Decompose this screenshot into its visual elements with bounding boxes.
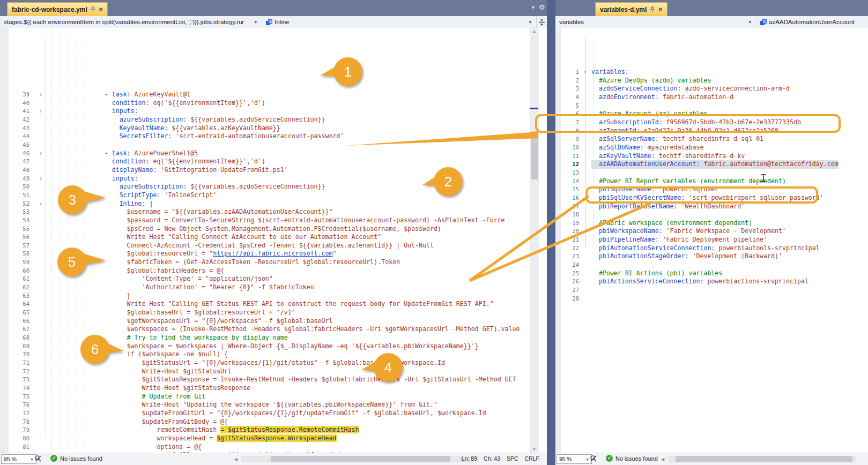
- fold-collapse-icon[interactable]: ∨: [29, 149, 52, 158]
- code-line[interactable]: 11 azKeyVaultName: techtf-sharedinfra-d-…: [555, 152, 868, 161]
- code-line[interactable]: 77 $updateFromGitUrl = "{0}/workspaces/{…: [0, 409, 547, 418]
- code-line[interactable]: 43 KeyVaultName: ${{variables.azKeyVault…: [0, 124, 547, 133]
- code-line[interactable]: 14 #Power BI Report variables (environme…: [555, 177, 868, 186]
- code-line[interactable]: 54 $password = ConvertTo-SecureString $(…: [0, 216, 547, 225]
- code-line[interactable]: 12 azAADAutomationUserAccount: fabric.au…: [555, 160, 868, 169]
- breadcrumb-symbol-dropdown[interactable]: azAADAutomationUserAccount: [756, 16, 868, 28]
- code-line[interactable]: 44 SecretsFilter: 'scrt-entraid-automati…: [0, 132, 547, 141]
- code-line[interactable]: 4 azdoEnvironment: fabric-automation-d: [555, 93, 868, 102]
- code-line[interactable]: 45: [0, 141, 547, 149]
- code-line[interactable]: 75 # Update from Git: [0, 393, 547, 401]
- code-line[interactable]: 15 pbiSqlUserName: 'powerbi.sqluser': [555, 185, 868, 194]
- code-line[interactable]: 68 # Try to find the workspace by displa…: [0, 334, 547, 342]
- code-line[interactable]: 63 }: [0, 292, 547, 301]
- eol-mode[interactable]: CRLF: [525, 455, 539, 462]
- code-line[interactable]: 8 azTenantId: e3a9d37c-9a36-44b9-92c1-d6…: [555, 127, 868, 136]
- code-line[interactable]: 16 pbiSqlUserKVSecretName: 'scrt-powebir…: [555, 194, 868, 202]
- breadcrumb-symbol-dropdown[interactable]: Inline ▼: [262, 16, 536, 28]
- issues-status[interactable]: ✓ No issues found: [606, 455, 658, 462]
- code-line[interactable]: 41∨ inputs:: [0, 107, 547, 116]
- code-line[interactable]: 51 ScriptType: 'InlineScript': [0, 191, 547, 200]
- code-line[interactable]: 18: [555, 211, 868, 219]
- close-icon[interactable]: ✕: [99, 7, 103, 12]
- code-line[interactable]: 58 $global:resourceUrl = "https://api.fa…: [0, 250, 547, 258]
- breadcrumb-path-dropdown[interactable]: stages.${{ each environmentItem in split…: [0, 16, 262, 28]
- code-line[interactable]: 25 #Power BI Actions (pbi) variables: [555, 269, 868, 278]
- code-line[interactable]: 42 azureSubscription: ${{variables.azdoS…: [0, 116, 547, 124]
- scroll-up-icon[interactable]: ▲: [530, 28, 539, 35]
- code-line[interactable]: 55 $psCred = New-Object System.Managemen…: [0, 225, 547, 234]
- close-icon[interactable]: ✕: [658, 7, 662, 12]
- code-line[interactable]: 69 $workspace = $workspaces | Where-Obje…: [0, 342, 547, 351]
- scrollbar-thumb[interactable]: [676, 456, 852, 462]
- fold-collapse-icon[interactable]: ∨: [29, 175, 52, 183]
- tab-fabric-cd-workspace[interactable]: fabric-cd-workspace.yml ✕: [7, 2, 108, 16]
- code-line[interactable]: 59 $fabricToken = (Get-AzAccessToken -Re…: [0, 258, 547, 267]
- split-editor-icon[interactable]: [536, 16, 547, 28]
- chevron-down-icon[interactable]: ▼: [531, 5, 536, 10]
- indent-mode[interactable]: SPC: [507, 455, 518, 462]
- status-tool-icon[interactable]: [590, 455, 597, 463]
- vertical-scrollbar[interactable]: ▲ ▼: [530, 28, 539, 453]
- code-line[interactable]: 20 pbiWorkspaceName: 'Fabric Workspace -…: [555, 227, 868, 236]
- code-line[interactable]: 53 $username = "${{variables.azAADAutoma…: [0, 208, 547, 216]
- tab-variables-d[interactable]: variables-d.yml ✕: [595, 2, 667, 16]
- code-line[interactable]: 81 options = @{: [0, 443, 547, 452]
- code-line[interactable]: 1∨variables:: [555, 68, 868, 77]
- code-line[interactable]: 22 pbiAutomationServiceConnection: power…: [555, 244, 868, 253]
- code-line[interactable]: 66 $getWorkspacesUrl = "{0}/workspaces" …: [0, 317, 547, 326]
- code-line[interactable]: 17 pbiReportDatasetName: 'WealthDashboar…: [555, 202, 868, 211]
- code-line[interactable]: 64 Write-Host "Calling GET Status REST A…: [0, 300, 547, 309]
- code-line[interactable]: 78 $updateFromGitBody = @{: [0, 418, 547, 426]
- zoom-select[interactable]: 95 %▼: [1, 454, 36, 464]
- code-line[interactable]: 28: [555, 295, 868, 303]
- code-line[interactable]: 61 'Content-Type' = "application/json": [0, 275, 547, 283]
- issues-status[interactable]: ✓ No issues found: [50, 455, 102, 462]
- status-tool-icon[interactable]: [34, 455, 42, 463]
- code-line[interactable]: 24: [555, 261, 868, 269]
- code-editor-left[interactable]: 39∨ - task: AzureKeyVault@140 condition:…: [0, 28, 547, 453]
- code-line[interactable]: 73 $gitStatusResponse = Invoke-RestMetho…: [0, 376, 547, 384]
- fold-collapse-icon[interactable]: ∨: [579, 68, 591, 77]
- code-line[interactable]: 56 Write-Host "Calling Connect-AzAccount…: [0, 233, 547, 242]
- scrollbar-thumb[interactable]: [271, 456, 450, 462]
- code-line[interactable]: 67 $workspaces = (Invoke-RestMethod -Hea…: [0, 325, 547, 334]
- code-line[interactable]: 13: [555, 169, 868, 177]
- code-line[interactable]: 48 displayName: 'GitIntegration-UpdateFr…: [0, 166, 547, 175]
- zoom-select[interactable]: 95 %▼: [557, 454, 592, 464]
- code-line[interactable]: 79 remoteCommitHash = $gitStatusResponse…: [0, 426, 547, 434]
- scroll-left-icon[interactable]: ◀: [234, 457, 241, 462]
- code-line[interactable]: 19 #Fabric workspace (environment depend…: [555, 219, 868, 228]
- code-line[interactable]: 7 azSubscriptionId: f956967d-5bdb-47b3-b…: [555, 118, 868, 127]
- code-line[interactable]: 40 condition: eq('${{environmentItem}}',…: [0, 99, 547, 108]
- code-line[interactable]: 2 #Azure DevOps (azdo) variables: [555, 77, 868, 85]
- scroll-left-icon[interactable]: ◀: [661, 457, 668, 462]
- pin-icon[interactable]: [91, 6, 95, 12]
- fold-collapse-icon[interactable]: ∨: [29, 91, 52, 99]
- code-line[interactable]: 39∨ - task: AzureKeyVault@1: [0, 91, 547, 99]
- breadcrumb-path-dropdown[interactable]: variables ▼: [555, 16, 756, 28]
- code-line[interactable]: 72 Write-Host $gitStatusUrl: [0, 368, 547, 376]
- code-line[interactable]: 3 azdoServiceConnection: azdo-servicecon…: [555, 85, 868, 93]
- code-line[interactable]: 5: [555, 102, 868, 110]
- code-line[interactable]: 70 if ($workspace -ne $null) {: [0, 350, 547, 359]
- code-line[interactable]: 62 'Authorization' = "Bearer {0}" -f $fa…: [0, 283, 547, 292]
- gear-icon[interactable]: ⚙: [539, 3, 545, 11]
- code-line[interactable]: 50 azureSubscription: ${{variables.azdoS…: [0, 183, 547, 191]
- code-line[interactable]: 26 pbiActionsServiceConnection: powerbia…: [555, 278, 868, 286]
- code-line[interactable]: 9 azSqlServerName: techtf-sharedinfra-d-…: [555, 135, 868, 144]
- pane-splitter[interactable]: [547, 0, 555, 465]
- code-line[interactable]: 47 condition: eq('${{environmentItem}}',…: [0, 158, 547, 166]
- scroll-down-icon[interactable]: ▼: [530, 446, 539, 453]
- code-line[interactable]: 6 #Azure Account (az) variables: [555, 110, 868, 118]
- scrollbar-thumb[interactable]: [531, 131, 538, 179]
- code-line[interactable]: 76 Write-Host "Updating the workspace '$…: [0, 401, 547, 409]
- pin-icon[interactable]: [650, 6, 655, 12]
- code-line[interactable]: 57 Connect-AzAccount -Credential $psCred…: [0, 242, 547, 250]
- code-line[interactable]: 65 $global:baseUrl = $global:resourceUrl…: [0, 309, 547, 317]
- code-line[interactable]: 23 pbiAutomationStageOrder: 'Development…: [555, 252, 868, 261]
- code-line[interactable]: 52∨ Inline: |: [0, 200, 547, 208]
- code-line[interactable]: 80 workspaceHead = $gitStatusResponse.Wo…: [0, 434, 547, 443]
- fold-collapse-icon[interactable]: ∨: [29, 107, 52, 116]
- code-line[interactable]: 21 pbiPipelineName: 'Fabric Deployment p…: [555, 236, 868, 244]
